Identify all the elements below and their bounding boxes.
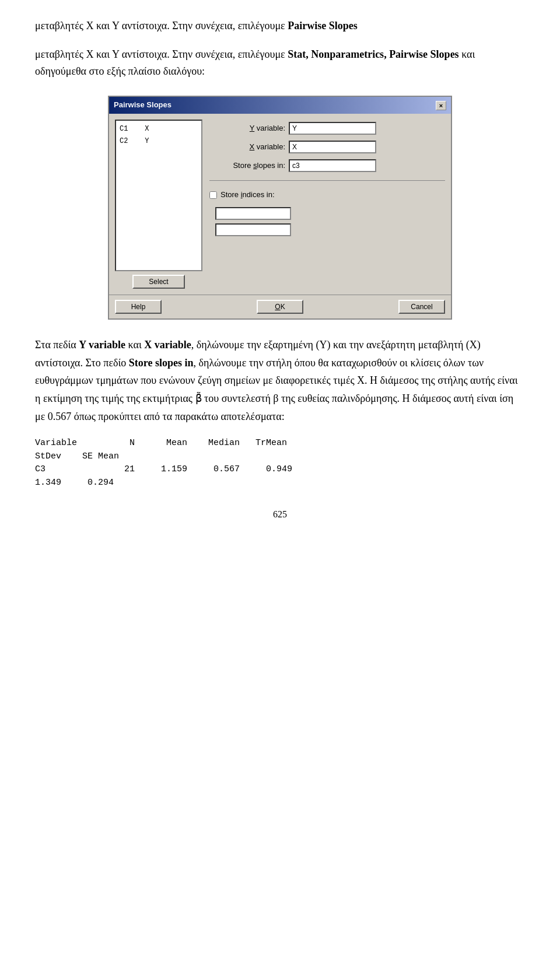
dialog-title: Pairwise Slopes	[114, 99, 172, 111]
store-slopes-input[interactable]	[289, 159, 376, 172]
result-line-3: C3 21 1.159 0.567 0.949	[35, 464, 292, 474]
intro-text-1: μεταβλητές Χ και Υ αντίστοιχα. Στην συνέ…	[35, 20, 288, 31]
store-indices-label: Store indices in:	[220, 189, 275, 201]
x-variable-row: X variable:	[209, 141, 445, 153]
page-number: 625	[35, 507, 525, 522]
y-variable-input[interactable]	[289, 122, 376, 135]
ok-button[interactable]: OK	[257, 300, 303, 314]
intro-pre: μεταβλητές Χ και Υ αντίστοιχα. Στην συνέ…	[35, 48, 475, 77]
store-slopes-row: Store slopes in:	[209, 159, 445, 172]
pairwise-slopes-dialog: Pairwise Slopes × C1 X C2 Y Select Y var…	[108, 96, 452, 320]
y-variable-label: Y variable:	[209, 122, 285, 135]
cancel-button[interactable]: Cancel	[398, 300, 445, 314]
indices-inputs	[215, 207, 445, 236]
dialog-wrapper: Pairwise Slopes × C1 X C2 Y Select Y var…	[35, 96, 525, 320]
x-variable-input[interactable]	[289, 141, 376, 153]
y-variable-row: Y variable:	[209, 122, 445, 135]
intro-bold-1: Pairwise Slopes	[288, 20, 358, 31]
store-slopes-label: Store slopes in:	[209, 160, 285, 172]
index-input-1[interactable]	[215, 207, 291, 220]
body-text: Στα πεδία Y variable και X variable, δηλ…	[35, 336, 525, 425]
result-line-2: StDev SE Mean	[35, 451, 119, 461]
x-variable-label: X variable:	[209, 141, 285, 153]
store-indices-checkbox[interactable]	[209, 191, 217, 199]
results-block: Variable N Mean Median TrMean StDev SE M…	[35, 437, 525, 489]
dialog-right-panel: Y variable: X variable: Store slopes in:	[209, 120, 445, 289]
select-button[interactable]: Select	[132, 275, 185, 289]
dialog-close-button[interactable]: ×	[436, 101, 446, 110]
dialog-body: C1 X C2 Y Select Y variable: X variable:	[109, 114, 451, 295]
result-line-4: 1.349 0.294	[35, 478, 114, 488]
intro-paragraph: μεταβλητές Χ και Υ αντίστοιχα. Στην συνέ…	[35, 17, 525, 34]
index-input-2[interactable]	[215, 223, 291, 236]
help-button[interactable]: Help	[115, 300, 162, 314]
store-indices-row: Store indices in:	[209, 189, 445, 201]
list-item: C2 Y	[118, 135, 199, 148]
list-item: C1 X	[118, 123, 199, 135]
result-line-1: Variable N Mean Median TrMean	[35, 438, 287, 448]
dialog-footer: Help OK Cancel	[109, 295, 451, 318]
intro-full: μεταβλητές Χ και Υ αντίστοιχα. Στην συνέ…	[35, 46, 525, 80]
dialog-titlebar: Pairwise Slopes ×	[109, 97, 451, 114]
dialog-left-panel: C1 X C2 Y Select	[115, 120, 202, 289]
separator	[209, 180, 445, 181]
variable-listbox[interactable]: C1 X C2 Y	[115, 120, 202, 271]
